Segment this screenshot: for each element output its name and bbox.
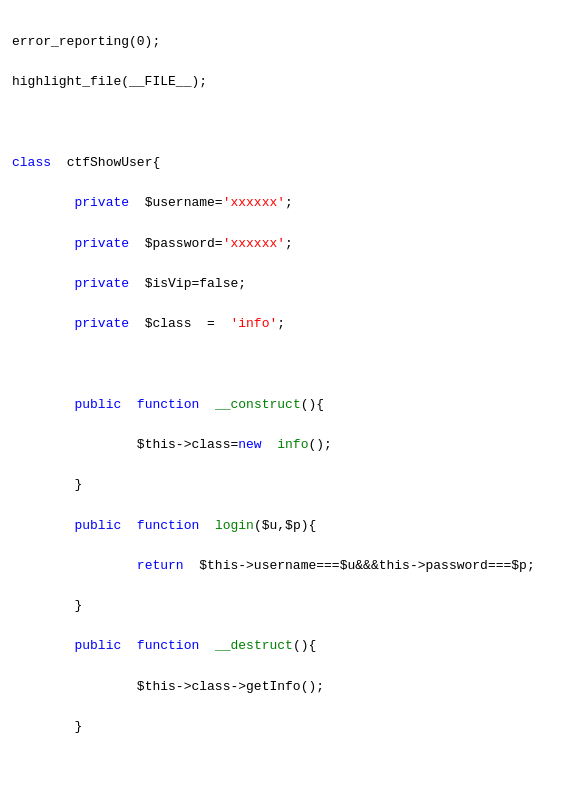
code-line-14: return $this->username===$u&&&this->pass… — [12, 556, 554, 576]
code-line-15: } — [12, 596, 554, 616]
code-line-12: } — [12, 475, 554, 495]
code-line-5: private $username='xxxxxx'; — [12, 193, 554, 213]
code-line-17: $this->class->getInfo(); — [12, 677, 554, 697]
code-line-13: public function login($u,$p){ — [12, 516, 554, 536]
code-line-2: highlight_file(__FILE__); — [12, 72, 554, 92]
code-line-4: class ctfShowUser{ — [12, 153, 554, 173]
code-line-7: private $isVip=false; — [12, 274, 554, 294]
code-line-10: public function __construct(){ — [12, 395, 554, 415]
code-line-11: $this->class=new info(); — [12, 435, 554, 455]
code-line-18: } — [12, 717, 554, 737]
code-display: error_reporting(0); highlight_file(__FIL… — [4, 8, 562, 785]
code-line-19 — [12, 757, 554, 777]
code-line-16: public function __destruct(){ — [12, 636, 554, 656]
code-line-3 — [12, 113, 554, 133]
code-line-1: error_reporting(0); — [12, 32, 554, 52]
code-line-9 — [12, 354, 554, 374]
code-line-8: private $class = 'info'; — [12, 314, 554, 334]
code-line-6: private $password='xxxxxx'; — [12, 234, 554, 254]
